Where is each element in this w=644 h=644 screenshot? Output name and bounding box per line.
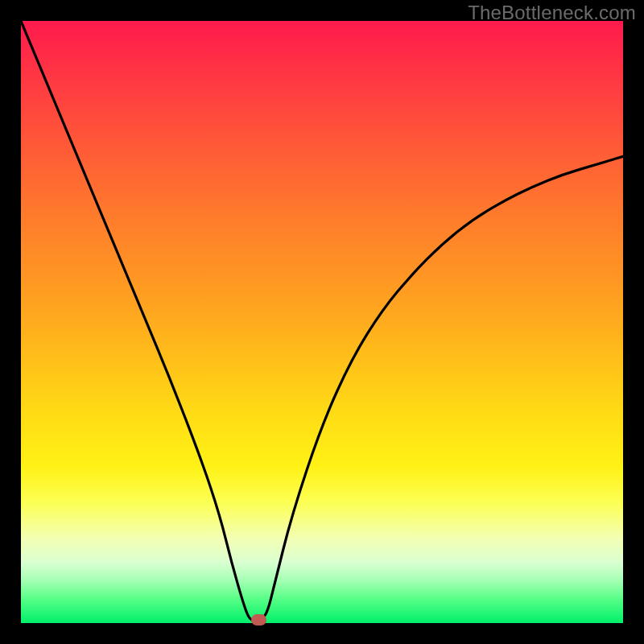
plot-area — [21, 21, 623, 623]
frame: TheBottleneck.com — [0, 0, 644, 644]
optimum-marker — [251, 614, 266, 625]
watermark-text: TheBottleneck.com — [468, 2, 636, 24]
bottleneck-curve — [21, 21, 623, 623]
